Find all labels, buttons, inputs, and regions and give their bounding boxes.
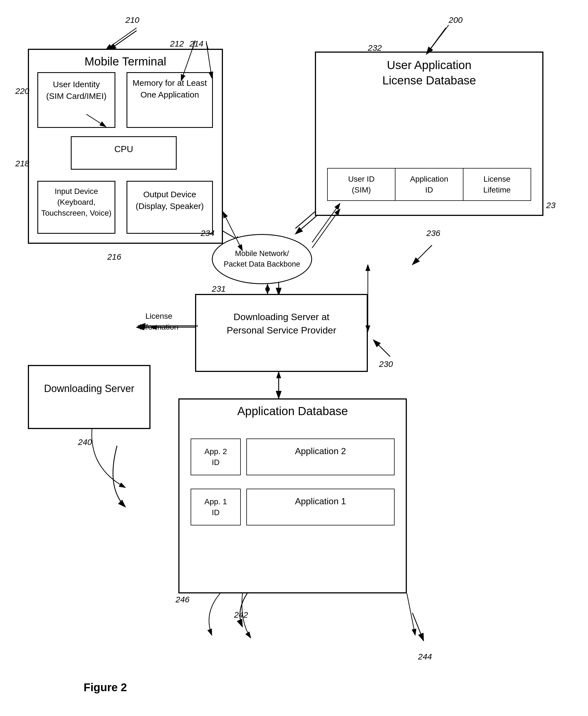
ref-214: 214	[189, 39, 204, 48]
app1-label-box: Application 1	[246, 489, 395, 525]
svg-line-3	[426, 28, 446, 54]
ref-244: 244	[418, 652, 432, 661]
cpu-box: CPU	[71, 136, 177, 170]
ref-23: 23	[546, 201, 555, 210]
ref-218: 218	[15, 159, 29, 168]
app1-id-box: App. 1ID	[191, 489, 241, 525]
svg-line-15	[373, 340, 390, 356]
memory-box: Memory for at LeastOne Application	[127, 72, 213, 128]
diagram: 200 210 Mobile Terminal User Identity(SI…	[0, 0, 588, 716]
ref-240: 240	[78, 437, 92, 447]
ref-210: 210	[125, 15, 139, 25]
downloading-server-box: Downloading Server	[28, 365, 150, 429]
user-app-license-db-label: User ApplicationLicense Database	[316, 58, 542, 88]
ref-232: 232	[368, 43, 382, 53]
svg-line-17	[413, 613, 424, 641]
svg-line-35	[407, 593, 415, 635]
app2-label-box: Application 2	[246, 438, 395, 475]
mobile-terminal-box: Mobile Terminal User Identity(SIM Card/I…	[28, 49, 223, 244]
ref-231: 231	[212, 284, 226, 294]
application-database-label: Application Database	[180, 405, 406, 418]
col-app-id: ApplicationID	[395, 169, 463, 200]
license-info-arrow-svg	[136, 318, 201, 334]
figure-label: Figure 2	[84, 681, 127, 694]
downloading-server-personal-box: Downloading Server atPersonal Service Pr…	[195, 294, 368, 372]
user-identity-box: User Identity(SIM Card/IMEI)	[37, 72, 115, 128]
app1-row: App. 1ID Application 1	[191, 489, 395, 525]
downloading-server-personal-label: Downloading Server atPersonal Service Pr…	[196, 295, 367, 352]
ref-216: 216	[107, 252, 121, 262]
application-database-box: Application Database App. 2ID Applicatio…	[178, 398, 407, 593]
cpu-label: CPU	[71, 137, 176, 161]
svg-line-23	[426, 25, 449, 54]
user-app-license-db-box: User ApplicationLicense Database User ID…	[315, 51, 543, 216]
app2-id-box: App. 2ID	[191, 438, 241, 475]
svg-line-4	[109, 31, 136, 50]
output-device-box: Output Device(Display, Speaker)	[127, 181, 213, 234]
col-user-id: User ID(SIM)	[328, 169, 395, 200]
ref-200: 200	[449, 15, 463, 25]
ref-236: 236	[426, 229, 440, 238]
downloading-server-label: Downloading Server	[29, 366, 149, 411]
user-identity-label: User Identity(SIM Card/IMEI)	[38, 73, 114, 108]
input-device-box: Input Device(Keyboard,Touchscreen, Voice…	[37, 181, 115, 234]
memory-label: Memory for at LeastOne Application	[127, 73, 212, 105]
ref-234: 234	[201, 229, 215, 238]
output-device-label: Output Device(Display, Speaker)	[127, 182, 212, 219]
input-device-label: Input Device(Keyboard,Touchscreen, Voice…	[38, 182, 114, 223]
mobile-network-label: Mobile Network/Packet Data Backbone	[221, 246, 303, 273]
mobile-terminal-label: Mobile Terminal	[29, 55, 222, 68]
svg-line-12	[413, 245, 432, 265]
col-license-lifetime: LicenseLifetime	[463, 169, 531, 200]
app2-row: App. 2ID Application 2	[191, 438, 395, 475]
license-db-table: User ID(SIM) ApplicationID LicenseLifeti…	[327, 168, 531, 201]
ref-212: 212	[170, 39, 184, 48]
ref-242: 242	[234, 610, 248, 620]
svg-line-24	[106, 28, 136, 49]
ref-220: 220	[15, 86, 29, 96]
mobile-network-box: Mobile Network/Packet Data Backbone	[212, 234, 312, 284]
ref-230: 230	[379, 360, 393, 369]
ref-246: 246	[175, 595, 189, 604]
